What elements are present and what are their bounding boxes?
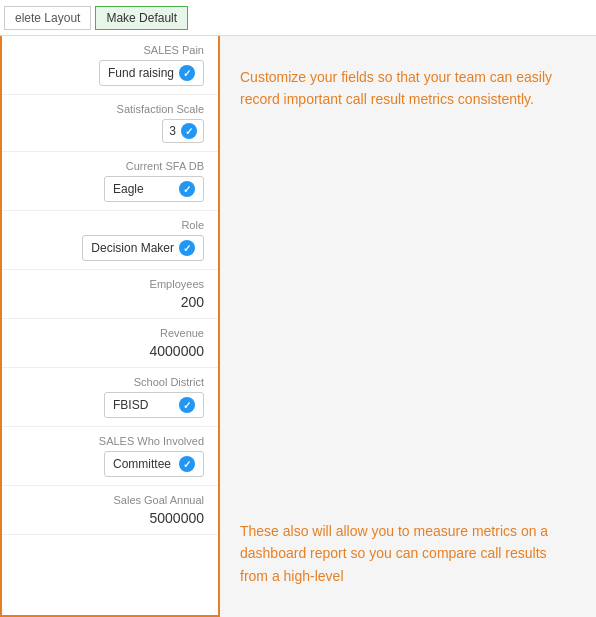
right-panel: Customize your fields so that your team … — [220, 36, 596, 617]
dropdown-value: Eagle — [113, 182, 144, 196]
info-text-2: These also will allow you to measure met… — [240, 520, 576, 587]
dropdown-button[interactable]: Decision Maker — [82, 235, 204, 261]
top-bar: elete Layout Make Default — [0, 0, 596, 36]
info-section-2: These also will allow you to measure met… — [240, 520, 576, 597]
dropdown-value: Committee — [113, 457, 171, 471]
field-label: Employees — [16, 278, 204, 290]
dropdown-button[interactable]: Fund raising — [99, 60, 204, 86]
field-label: School District — [16, 376, 204, 388]
field-group: Employees200 — [2, 270, 218, 319]
main-content: SALES PainFund raisingSatisfaction Scale… — [0, 36, 596, 617]
info-section-1: Customize your fields so that your team … — [240, 66, 576, 121]
dropdown-button[interactable]: FBISD — [104, 392, 204, 418]
field-label: SALES Pain — [16, 44, 204, 56]
check-icon — [179, 456, 195, 472]
field-label: SALES Who Involved — [16, 435, 204, 447]
dropdown-value: FBISD — [113, 398, 148, 412]
check-icon — [179, 240, 195, 256]
field-group: School DistrictFBISD — [2, 368, 218, 427]
info-text-1: Customize your fields so that your team … — [240, 66, 576, 111]
dropdown-small-value: 3 — [169, 124, 176, 138]
check-icon — [181, 123, 197, 139]
field-label: Sales Goal Annual — [16, 494, 204, 506]
check-icon — [179, 397, 195, 413]
dropdown-button[interactable]: Committee — [104, 451, 204, 477]
field-value: 200 — [181, 294, 204, 310]
check-icon — [179, 65, 195, 81]
field-label: Role — [16, 219, 204, 231]
field-group: Current SFA DBEagle — [2, 152, 218, 211]
delete-layout-button[interactable]: elete Layout — [4, 6, 91, 30]
field-group: Revenue4000000 — [2, 319, 218, 368]
check-icon — [179, 181, 195, 197]
left-panel: SALES PainFund raisingSatisfaction Scale… — [0, 36, 220, 617]
field-group: Sales Goal Annual5000000 — [2, 486, 218, 535]
dropdown-value: Decision Maker — [91, 241, 174, 255]
field-group: SALES Who InvolvedCommittee — [2, 427, 218, 486]
field-label: Current SFA DB — [16, 160, 204, 172]
dropdown-value: Fund raising — [108, 66, 174, 80]
field-group: Satisfaction Scale3 — [2, 95, 218, 152]
field-label: Satisfaction Scale — [16, 103, 204, 115]
dropdown-small-button[interactable]: 3 — [162, 119, 204, 143]
make-default-button[interactable]: Make Default — [95, 6, 188, 30]
field-value: 4000000 — [149, 343, 204, 359]
dropdown-button[interactable]: Eagle — [104, 176, 204, 202]
field-value: 5000000 — [149, 510, 204, 526]
field-group: RoleDecision Maker — [2, 211, 218, 270]
field-label: Revenue — [16, 327, 204, 339]
field-group: SALES PainFund raising — [2, 36, 218, 95]
